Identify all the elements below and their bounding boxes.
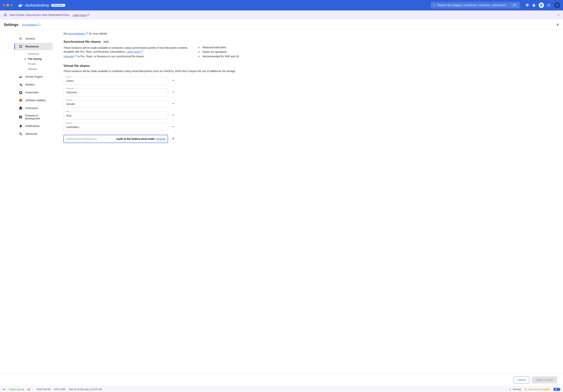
wrench-icon xyxy=(19,83,23,87)
add-share-input[interactable] xyxy=(66,137,115,141)
sidebar-subitem-proxies[interactable]: Proxies xyxy=(0,62,54,66)
virtual-description: These locations will be made available t… xyxy=(64,69,239,73)
search-icon xyxy=(433,4,435,7)
remove-share-button[interactable] xyxy=(171,125,175,129)
svg-point-2 xyxy=(548,4,548,4)
share-path-input[interactable]: /Volumes xyxy=(64,89,168,96)
settings-sidebar: General Resources Advanced File sharing … xyxy=(0,30,56,373)
share-label: tmp xyxy=(65,110,70,113)
ram-stat: RAM 0.69 GB xyxy=(37,388,51,391)
share-row: Users/Users xyxy=(64,77,239,85)
add-share-field[interactable]: <path to the hedera-local-node> Browse xyxy=(64,135,168,143)
remove-share-button[interactable] xyxy=(171,90,175,95)
remove-share-button[interactable] xyxy=(171,102,175,106)
external-link-icon xyxy=(141,50,143,53)
documentation-link[interactable]: documentation xyxy=(68,32,88,35)
sidebar-item-software-updates[interactable]: Software updates xyxy=(15,97,53,104)
benefit-item: Recommended for PHP and JS xyxy=(197,54,239,59)
svg-line-15 xyxy=(75,55,76,56)
new-version-link[interactable]: New version available xyxy=(524,388,550,391)
check-icon xyxy=(197,46,201,49)
share-label: folders xyxy=(65,122,73,124)
cancel-button[interactable]: Cancel xyxy=(513,376,530,383)
sidebar-subitem-network[interactable]: Network xyxy=(0,66,54,72)
terminal-button[interactable]: Terminal xyxy=(509,388,521,391)
banner-learn-more-link[interactable]: Learn more xyxy=(73,13,90,17)
share-path-input[interactable]: /tmp xyxy=(64,112,168,119)
engine-status[interactable]: Engine running xyxy=(9,388,24,391)
sidebar-item-docker-engine[interactable]: Docker Engine xyxy=(15,73,53,80)
virtual-shares-heading: Virtual file shares xyxy=(64,64,239,68)
external-link-icon xyxy=(74,55,77,57)
share-path-input[interactable]: /var/folders xyxy=(64,123,168,131)
search-shortcut: ⌘K xyxy=(512,3,518,7)
settings-icon[interactable] xyxy=(539,3,544,8)
benefit-item: Reduced build times xyxy=(197,45,239,50)
disk-stat: Disk 51.83 GB avail. of 62.67 GB xyxy=(69,388,102,391)
banner-close-button[interactable]: ✕ xyxy=(557,13,560,16)
sidebar-item-advanced[interactable]: Advanced xyxy=(15,130,53,138)
doc-partial-line: the documentation for more details. xyxy=(64,32,239,35)
sidebar-item-extensions[interactable]: Extensions xyxy=(15,104,53,112)
resources-icon xyxy=(19,45,23,48)
titlebar: dockerdesktop PERSONAL Search for images… xyxy=(0,0,563,11)
sidebar-item-general[interactable]: General xyxy=(15,35,53,42)
status-bar: Engine running ▮▮ ⋮ RAM 0.69 GB CPU 0.38… xyxy=(0,386,563,392)
bell-icon xyxy=(555,388,557,391)
svg-line-13 xyxy=(87,32,88,33)
promo-banner: More Docker. Easy Access. New Streamline… xyxy=(0,11,563,19)
account-avatar[interactable]: S xyxy=(554,2,560,8)
svg-point-7 xyxy=(550,5,550,5)
puzzle-icon xyxy=(19,106,23,110)
share-row: tmp/tmp xyxy=(64,112,239,119)
check-icon xyxy=(197,50,201,54)
global-search[interactable]: Search for images, containers, volumes, … xyxy=(431,2,520,9)
remove-share-button[interactable] xyxy=(171,113,175,118)
status-menu-button[interactable]: ⋮ xyxy=(31,388,33,391)
browse-button[interactable]: Browse xyxy=(157,137,165,140)
give-feedback-link[interactable]: Give feedback xyxy=(22,23,41,26)
svg-point-26 xyxy=(526,390,526,390)
settings-close-button[interactable]: ✕ xyxy=(556,22,559,27)
sync-learn-more-link[interactable]: Learn more xyxy=(127,50,143,53)
apps-grid-icon[interactable] xyxy=(547,3,551,7)
pause-icon[interactable]: ▮▮ xyxy=(27,388,30,391)
svg-line-14 xyxy=(142,51,143,51)
sidebar-item-resources[interactable]: Resources xyxy=(15,43,53,50)
search-placeholder: Search for images, containers, volumes, … xyxy=(437,3,510,7)
upgrade-link[interactable]: Upgrade xyxy=(64,55,77,58)
sidebar-item-builders[interactable]: Builders xyxy=(15,81,53,88)
add-share-button[interactable] xyxy=(171,137,175,141)
apply-restart-button[interactable]: Apply & restart xyxy=(532,376,557,383)
docker-whale-icon xyxy=(18,3,23,8)
sidebar-subitem-file-sharing[interactable]: File sharing xyxy=(0,56,54,62)
share-path-input[interactable]: /private xyxy=(64,100,168,108)
external-link-icon xyxy=(86,32,88,35)
sidebar-item-features[interactable]: Features in development xyxy=(15,112,53,122)
svg-line-1 xyxy=(435,6,435,6)
notification-count[interactable]: 1 xyxy=(553,388,560,391)
banner-text: More Docker. Easy Access. New Streamline… xyxy=(10,13,70,16)
svg-point-3 xyxy=(549,4,549,4)
check-icon xyxy=(197,55,201,58)
sidebar-item-notifications[interactable]: Notifications xyxy=(15,122,53,130)
minimize-window-button[interactable] xyxy=(7,4,9,6)
sync-description: These locations will be made available t… xyxy=(64,46,193,54)
remove-share-button[interactable] xyxy=(171,79,175,83)
sidebar-item-kubernetes[interactable]: Kubernetes xyxy=(15,89,53,96)
bug-icon[interactable] xyxy=(532,3,536,7)
learning-icon[interactable] xyxy=(525,3,529,7)
share-row: Volumes/Volumes xyxy=(64,89,239,96)
share-label: Users xyxy=(65,76,72,78)
share-path-input[interactable]: /Users xyxy=(64,77,168,85)
settings-content: the documentation for more details. Sync… xyxy=(56,30,563,373)
svg-point-0 xyxy=(433,4,435,6)
settings-action-bar: Cancel Apply & restart xyxy=(0,373,563,386)
close-window-button[interactable] xyxy=(3,4,5,6)
benefit-list: Reduced build times Faster Git operation… xyxy=(197,45,239,59)
whale-status-icon xyxy=(3,388,6,391)
gears-icon xyxy=(19,132,23,136)
fullscreen-window-button[interactable] xyxy=(11,4,13,6)
svg-point-10 xyxy=(550,6,550,7)
sidebar-subitem-advanced[interactable]: Advanced xyxy=(0,51,54,56)
